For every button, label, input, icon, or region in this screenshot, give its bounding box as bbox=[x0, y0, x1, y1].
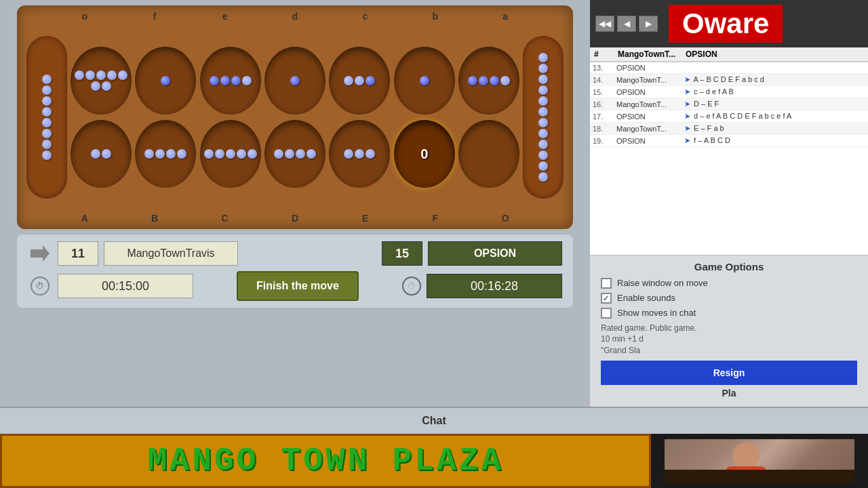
seed bbox=[242, 76, 252, 85]
bottom-label-B: B bbox=[144, 213, 165, 224]
nav-prev-button[interactable]: ◀ bbox=[617, 16, 636, 32]
top-labels: o f e d c b a bbox=[24, 11, 566, 22]
move-row-17: 17. OPSION ➤ d – e f A B C D E F a b c e… bbox=[590, 110, 868, 123]
move-action: ➤ d – e f A B C D E F a b c e f A bbox=[684, 112, 865, 121]
play-label: Pla bbox=[601, 385, 857, 401]
hole-C[interactable] bbox=[200, 120, 261, 188]
hole-f[interactable] bbox=[135, 47, 196, 115]
move-player: OPSION bbox=[616, 64, 684, 72]
move-player: MangoTownT... bbox=[616, 125, 684, 133]
game-options-title: Game Options bbox=[601, 261, 857, 272]
seed bbox=[538, 161, 548, 171]
move-row-18: 18. MangoTownT... ➤ E – F a b bbox=[590, 123, 868, 135]
left-store-seeds bbox=[30, 43, 64, 192]
move-arrow-icon: ➤ bbox=[684, 112, 690, 120]
nav-buttons: ◀◀ ◀ ▶ bbox=[590, 16, 663, 32]
desk bbox=[665, 470, 854, 483]
seed bbox=[215, 149, 224, 159]
hole-b[interactable] bbox=[394, 47, 455, 115]
top-label-d: d bbox=[285, 11, 305, 22]
seed bbox=[290, 76, 300, 85]
oware-logo: Oware bbox=[669, 5, 783, 43]
seed bbox=[296, 149, 305, 159]
svg-marker-0 bbox=[31, 245, 50, 262]
nav-prev-prev-button[interactable]: ◀◀ bbox=[595, 16, 614, 32]
hole-F[interactable]: 0 bbox=[394, 120, 455, 188]
hole-B[interactable] bbox=[135, 120, 196, 188]
seed bbox=[42, 129, 52, 138]
game-panel: o f e d c b a bbox=[0, 0, 590, 407]
seed bbox=[285, 149, 294, 159]
top-label-b: b bbox=[425, 11, 446, 22]
seed bbox=[355, 76, 364, 85]
move-row-14: 14. MangoTownT... ➤ A – B C D E F a b c … bbox=[590, 74, 868, 86]
option-raise-window: Raise window on move bbox=[601, 278, 857, 289]
seed bbox=[366, 76, 375, 85]
move-arrow-icon: ➤ bbox=[684, 124, 690, 132]
hole-e[interactable] bbox=[200, 47, 261, 115]
holes-area: 0 bbox=[70, 47, 520, 188]
seed bbox=[155, 149, 165, 159]
move-arrow-icon: ➤ bbox=[684, 87, 690, 96]
top-holes-row bbox=[70, 47, 520, 115]
seed bbox=[538, 96, 548, 106]
score-panel: 11 MangoTownTravis 15 OPSION ⏱ 00:15:00 … bbox=[17, 235, 573, 308]
hole-a[interactable] bbox=[458, 47, 519, 115]
seed bbox=[479, 76, 488, 85]
enable-sounds-checkbox[interactable] bbox=[601, 293, 612, 304]
move-player: OPSION bbox=[616, 88, 684, 96]
hole-E[interactable] bbox=[329, 120, 390, 188]
player-right-name: OPSION bbox=[428, 241, 562, 266]
right-store-pit bbox=[523, 36, 564, 199]
move-action: ➤ D – E F bbox=[684, 100, 865, 108]
hole-O-bottom[interactable] bbox=[458, 120, 519, 188]
bottom-label-D: D bbox=[285, 213, 305, 224]
moves-header: # MangoTownT... OPSION bbox=[590, 47, 868, 62]
seed bbox=[102, 149, 111, 159]
chat-bar: Chat bbox=[0, 407, 868, 434]
seed bbox=[42, 140, 52, 149]
seed bbox=[210, 76, 219, 85]
finish-move-button[interactable]: Finish the move bbox=[237, 271, 359, 301]
right-clock-icon: ⏱ bbox=[402, 277, 421, 296]
move-arrow-icon: ➤ bbox=[684, 136, 690, 144]
hole-D[interactable] bbox=[264, 120, 326, 188]
move-num: 19. bbox=[593, 137, 616, 145]
seed bbox=[166, 149, 176, 159]
move-player: OPSION bbox=[616, 137, 684, 145]
show-moves-chat-checkbox[interactable] bbox=[601, 308, 612, 319]
resign-button[interactable]: Resign bbox=[601, 361, 857, 385]
game-options-panel: Game Options Raise window on move Enable… bbox=[590, 255, 868, 407]
right-panel: ◀◀ ◀ ▶ Oware # MangoTownT... OPSION 13. … bbox=[590, 0, 868, 407]
seed bbox=[420, 76, 429, 85]
hole-c[interactable] bbox=[329, 47, 390, 115]
move-player: MangoTownT... bbox=[616, 76, 684, 84]
hole-o[interactable] bbox=[71, 47, 132, 115]
webcam-feed bbox=[665, 439, 854, 483]
left-store-pit bbox=[26, 36, 67, 199]
bottom-bar: MANGO TOWN PLAZA bbox=[0, 434, 868, 488]
bottom-label-A: A bbox=[75, 213, 95, 224]
game-info: Rated game. Public game. 10 min +1 d "Gr… bbox=[601, 323, 857, 357]
bottom-label-O: O bbox=[495, 213, 515, 224]
option-enable-sounds: Enable sounds bbox=[601, 293, 857, 304]
seed bbox=[42, 150, 52, 160]
nav-next-button[interactable]: ▶ bbox=[639, 16, 658, 32]
seed bbox=[107, 70, 117, 80]
seed bbox=[307, 149, 316, 159]
seed bbox=[102, 81, 111, 91]
seed bbox=[42, 96, 52, 106]
play-text: Pla bbox=[722, 388, 736, 399]
seed bbox=[237, 149, 246, 159]
seed bbox=[490, 76, 499, 85]
hole-count: 0 bbox=[420, 146, 428, 162]
seed bbox=[75, 70, 84, 80]
seed bbox=[538, 118, 548, 127]
raise-window-checkbox[interactable] bbox=[601, 278, 612, 289]
webcam-area bbox=[651, 434, 868, 488]
seed bbox=[500, 76, 510, 85]
hole-A[interactable] bbox=[71, 120, 132, 188]
option-show-moves-chat: Show moves in chat bbox=[601, 308, 857, 319]
hole-d[interactable] bbox=[264, 47, 326, 115]
seed bbox=[538, 85, 548, 95]
